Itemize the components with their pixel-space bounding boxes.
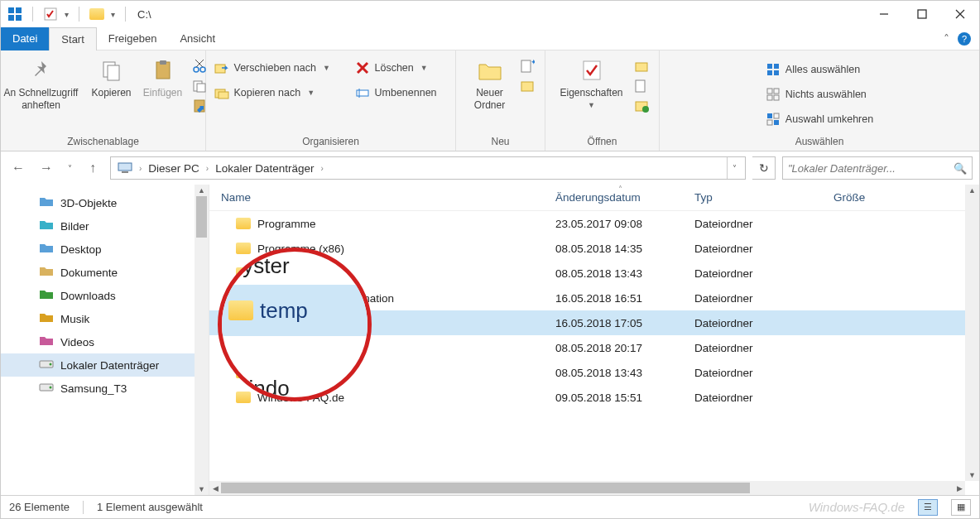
scroll-down-icon[interactable]: ▼ — [195, 483, 209, 495]
folder-icon — [39, 195, 54, 210]
up-button[interactable]: ↑ — [82, 157, 103, 179]
recent-locations-button[interactable]: ˅ — [64, 157, 75, 179]
nav-item[interactable]: Dokumente — [1, 261, 209, 284]
nav-item[interactable]: Bilder — [1, 214, 209, 238]
scroll-up-icon[interactable]: ▲ — [965, 185, 979, 196]
minimize-button[interactable] — [865, 1, 903, 27]
file-date: 08.05.2018 13:43 — [544, 267, 683, 280]
breadcrumb-bar[interactable]: › Dieser PC › Lokaler Datenträger › ˅ — [110, 156, 746, 180]
forward-button[interactable]: → — [36, 157, 57, 179]
file-row[interactable]: Programme23.05.2017 09:08Dateiordner — [209, 211, 979, 236]
col-header-name[interactable]: Name — [209, 191, 544, 204]
collapse-ribbon-icon[interactable]: ˄ — [944, 32, 949, 46]
close-button[interactable] — [941, 1, 979, 27]
move-to-button[interactable]: Verschieben nach▼ — [211, 57, 348, 79]
crumb-drive[interactable]: Lokaler Datenträger — [212, 162, 317, 175]
tab-view[interactable]: Ansicht — [168, 27, 227, 50]
scroll-thumb[interactable] — [196, 196, 207, 238]
pc-icon — [118, 161, 132, 175]
tab-home[interactable]: Start — [49, 27, 96, 50]
nav-item[interactable]: Desktop — [1, 238, 209, 261]
new-folder-button[interactable]: Neuer Ordner — [465, 54, 515, 112]
svg-rect-2 — [8, 15, 14, 21]
list-horizontal-scrollbar[interactable]: ◀ ▶ — [209, 481, 965, 495]
col-header-type[interactable]: Typ — [683, 191, 822, 204]
scroll-down-icon[interactable]: ▼ — [965, 469, 979, 481]
select-all-button[interactable]: Alles auswählen — [762, 59, 877, 80]
file-type: Dateiordner — [683, 317, 822, 329]
nav-scrollbar[interactable]: ▲ ▼ — [195, 185, 209, 495]
refresh-button[interactable]: ↻ — [752, 156, 776, 180]
nav-item-label: Lokaler Datenträger — [60, 359, 159, 372]
history-icon[interactable] — [634, 99, 649, 113]
back-button[interactable]: ← — [7, 157, 29, 179]
chevron-right-icon[interactable]: › — [136, 164, 145, 173]
nav-item[interactable]: Samsung_T3 — [1, 377, 209, 400]
col-header-date[interactable]: Änderungsdatum — [544, 191, 683, 204]
select-none-button[interactable]: Nichts auswählen — [762, 84, 877, 105]
copy-path-icon[interactable] — [192, 79, 207, 94]
properties-button[interactable]: Eigenschaften ▼ — [555, 54, 629, 110]
window-title: C:\ — [137, 8, 151, 21]
copy-to-button[interactable]: Kopieren nach▼ — [211, 82, 348, 103]
thumbnails-view-button[interactable]: ▦ — [951, 499, 971, 516]
file-date: 08.05.2018 13:43 — [544, 367, 683, 379]
list-vertical-scrollbar[interactable]: ▲ ▼ — [965, 185, 979, 481]
open-icon[interactable] — [634, 59, 649, 74]
nav-item-label: Dokumente — [60, 267, 118, 279]
address-dropdown-icon[interactable]: ˅ — [727, 157, 742, 179]
details-view-button[interactable]: ☰ — [918, 499, 938, 516]
scroll-thumb[interactable] — [221, 483, 750, 493]
svg-rect-32 — [636, 80, 645, 92]
rename-button[interactable]: Umbenennen — [352, 82, 451, 103]
music-icon — [39, 311, 54, 326]
chevron-right-icon[interactable]: › — [203, 164, 212, 173]
svg-text:✦: ✦ — [531, 59, 535, 66]
nav-item[interactable]: Musik — [1, 307, 209, 330]
svg-rect-38 — [774, 70, 779, 75]
search-box[interactable]: "Lokaler Datenträger... 🔍 — [782, 156, 973, 180]
file-type: Dateiordner — [683, 392, 822, 404]
nav-item[interactable]: Videos — [1, 330, 209, 353]
paste-shortcut-icon[interactable] — [192, 99, 207, 113]
file-name: Programme — [257, 218, 316, 230]
pin-icon — [28, 57, 55, 84]
nav-item[interactable]: Lokaler Datenträger — [1, 353, 209, 377]
move-to-icon — [214, 60, 229, 75]
help-icon[interactable]: ? — [958, 32, 971, 46]
svg-rect-30 — [584, 61, 600, 79]
scroll-right-icon[interactable]: ▶ — [954, 481, 965, 495]
new-item-icon[interactable]: ✦ — [520, 59, 535, 74]
qat-dropdown-icon[interactable]: ▾ — [65, 10, 69, 19]
paste-button[interactable]: Einfügen — [139, 54, 187, 99]
cut-icon[interactable] — [192, 59, 207, 74]
svg-rect-0 — [8, 7, 14, 13]
column-headers: Name Änderungsdatum Typ Größe — [209, 185, 979, 211]
rename-icon — [355, 85, 370, 100]
pin-to-quick-access-button[interactable]: An Schnellzugriff anheften — [0, 54, 84, 112]
title-dropdown-icon[interactable]: ▾ — [111, 10, 115, 19]
easy-access-icon[interactable] — [520, 79, 535, 94]
delete-icon — [355, 60, 370, 75]
crumb-this-pc[interactable]: Dieser PC — [145, 162, 203, 175]
sort-indicator-icon: ˄ — [618, 185, 622, 194]
scroll-left-icon[interactable]: ◀ — [209, 481, 221, 495]
svg-rect-42 — [774, 95, 779, 100]
delete-button[interactable]: Löschen▼ — [352, 57, 451, 79]
pictures-icon — [39, 219, 54, 233]
col-header-size[interactable]: Größe — [822, 191, 905, 204]
copy-button[interactable]: Kopieren — [88, 54, 136, 99]
tab-share[interactable]: Freigeben — [97, 27, 169, 50]
select-none-icon — [766, 87, 781, 102]
properties-qat-icon[interactable] — [43, 7, 58, 22]
edit-icon[interactable] — [634, 79, 649, 94]
scroll-up-icon[interactable]: ▲ — [195, 185, 209, 196]
tab-file[interactable]: Datei — [1, 27, 49, 50]
nav-item[interactable]: 3D-Objekte — [1, 191, 209, 214]
chevron-right-icon[interactable]: › — [318, 164, 327, 173]
maximize-button[interactable] — [903, 1, 941, 27]
ribbon-group-select-label: Auswählen — [795, 134, 844, 149]
nav-item[interactable]: Downloads — [1, 284, 209, 307]
invert-selection-button[interactable]: Auswahl umkehren — [762, 108, 877, 130]
file-date: 16.05.2018 17:05 — [544, 317, 683, 329]
